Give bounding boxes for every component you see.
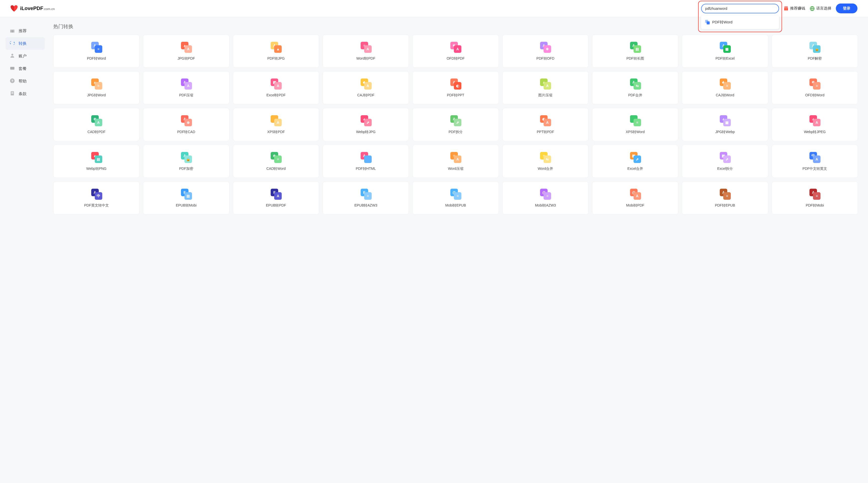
tool-card[interactable]: ▦⇗Excel拆分 [682, 145, 768, 178]
globe-icon [810, 6, 815, 11]
tool-icon: A▲ [269, 42, 283, 53]
tool-card[interactable]: A🔓PDF解密 [772, 34, 858, 68]
tool-card[interactable]: ≡⇆Word合并 [502, 145, 589, 178]
pdf-word-icon [705, 20, 710, 24]
tool-card[interactable]: @AMobi转PDF [592, 181, 678, 215]
tool-card[interactable]: A▦PDF转Excel [682, 34, 768, 68]
tool-label: PDF转Word [87, 56, 106, 61]
tool-card[interactable]: ▲≡JPG转Word [53, 71, 140, 105]
tool-label: CAJ转PDF [357, 93, 374, 97]
tool-icon: ▲A [180, 42, 193, 53]
tool-icon: ✻A [449, 42, 462, 53]
plans-icon [9, 65, 15, 72]
tool-card[interactable]: A≡PDF转Mobi [772, 181, 858, 215]
sidebar-item-account[interactable]: 账户 [5, 50, 45, 62]
referral-link[interactable]: 推荐赚钱 [783, 6, 805, 11]
tool-icon: A≡ [90, 42, 103, 53]
tool-icon: ≡A [359, 42, 373, 53]
tool-card[interactable]: APDF转HTML [323, 145, 409, 178]
tool-card[interactable]: A⇗PDF拆分 [412, 108, 499, 141]
sidebar-item-label: 账户 [19, 54, 27, 59]
tool-icon: A≡ [718, 189, 732, 200]
tool-card[interactable]: E▤EPUB转Mobi [143, 181, 229, 215]
tool-label: EPUB转AZW3 [354, 203, 377, 208]
tool-card[interactable]: A▲PDF转JPG [233, 34, 319, 68]
tool-card[interactable]: EAEPUB转PDF [233, 181, 319, 215]
tool-card[interactable]: A≡PDF转Word [53, 34, 140, 68]
tool-card[interactable]: ≡AWord转PDF [323, 34, 409, 68]
tool-card[interactable]: ▦⇗Excel合并 [592, 145, 678, 178]
tool-card[interactable]: A▤PDF转长图 [592, 34, 678, 68]
svg-rect-1 [707, 21, 710, 24]
tool-card[interactable]: E≡EPUB转AZW3 [323, 181, 409, 215]
tool-card[interactable]: A中PDF英文转中文 [53, 181, 140, 215]
search-container: PDF转Word [701, 4, 779, 13]
tool-icon: E≡ [359, 189, 373, 200]
svg-point-6 [786, 6, 787, 7]
tool-label: Word合并 [538, 167, 553, 171]
tool-card[interactable]: A🔒PDF加密 [143, 145, 229, 178]
tool-label: Excel合并 [627, 167, 643, 171]
sidebar-item-terms[interactable]: 条款 [5, 88, 45, 100]
tool-label: Mobi转EPUB [445, 203, 466, 208]
tool-card[interactable]: ▦AExcel转PDF [233, 71, 319, 105]
tool-card[interactable]: A⊕PDF转CAD [143, 108, 229, 141]
tool-card[interactable]: ✻≡OFD转Word [772, 71, 858, 105]
search-suggest-dropdown: PDF转Word [701, 15, 779, 29]
tool-label: PDF拆分 [448, 130, 463, 134]
tool-card[interactable]: A⇆PDF合并 [592, 71, 678, 105]
tool-label: PDF转Excel [715, 56, 735, 61]
tool-card[interactable]: ▲▤Webp转PNG [53, 145, 140, 178]
tool-card[interactable]: ≡XPS转Word [592, 108, 678, 141]
tool-icon: @A [628, 189, 642, 200]
tool-card[interactable]: AAPDF压缩 [143, 71, 229, 105]
tool-card[interactable]: ⊕≡CAD转Word [233, 145, 319, 178]
tool-card[interactable]: ▲A图片压缩 [502, 71, 589, 105]
tool-icon: A [269, 115, 283, 126]
tool-card[interactable]: ▲AWebp转JPEG [772, 108, 858, 141]
tool-card[interactable]: A≡PDF转EPUB [682, 181, 768, 215]
tool-icon: AA [180, 79, 193, 90]
tool-icon: 中A [808, 152, 822, 163]
sidebar-item-recommend[interactable]: 推荐 [5, 25, 45, 37]
tool-icon: E▤ [180, 189, 193, 200]
sidebar-item-help[interactable]: ?帮助 [5, 75, 45, 88]
brand-name: iLovePDF [20, 5, 43, 11]
tool-icon: EA [269, 189, 283, 200]
tool-card[interactable]: ⊕ACAD转PDF [53, 108, 140, 141]
tool-label: PDF转PPT [447, 93, 464, 97]
tool-icon: A [359, 152, 373, 163]
gift-icon [783, 6, 788, 11]
sidebar-item-convert[interactable]: 转换 [5, 37, 45, 50]
tool-label: PDF转长图 [626, 56, 644, 61]
language-select[interactable]: 语言选择 [810, 6, 831, 11]
tool-card[interactable]: ◐APPT转PDF [502, 108, 589, 141]
brand-logo[interactable]: iLovePDF.com.cn [10, 5, 55, 12]
tool-label: Webp转JPG [356, 130, 376, 134]
tool-label: PDF解密 [808, 56, 822, 61]
tool-card[interactable]: @≡Mobi转AZW3 [502, 181, 589, 215]
tool-card[interactable]: A✻PDF转OFD [502, 34, 589, 68]
tool-label: PDF转EPUB [715, 203, 735, 208]
search-input[interactable] [701, 4, 779, 13]
tool-card[interactable]: 中APDF中文转英文 [772, 145, 858, 178]
brand-suffix: .com.cn [43, 7, 55, 11]
login-button[interactable]: 登录 [836, 3, 858, 13]
tool-card[interactable]: ▲⇗Webp转JPG [323, 108, 409, 141]
tool-card[interactable]: ▲AJPG转PDF [143, 34, 229, 68]
tool-icon: ▦⇗ [628, 152, 642, 163]
tool-card[interactable]: ✻AOFD转PDF [412, 34, 499, 68]
tool-card[interactable]: A◐PDF转PPT [412, 71, 499, 105]
tool-label: Excel转PDF [267, 93, 285, 97]
tool-card[interactable]: ≡AWord压缩 [412, 145, 499, 178]
tool-card[interactable]: AXPS转PDF [233, 108, 319, 141]
sidebar-item-plans[interactable]: 套餐 [5, 62, 45, 75]
tool-label: Mobi转PDF [626, 203, 644, 208]
tool-icon: ≡⇆ [538, 152, 552, 163]
search-suggestion-item[interactable]: PDF转Word [701, 17, 779, 27]
tool-card[interactable]: ◆ACAJ转PDF [323, 71, 409, 105]
tool-card[interactable]: ◆≡CAJ转Word [682, 71, 768, 105]
tool-card[interactable]: ▲▦JPG转Webp [682, 108, 768, 141]
tool-label: PDF转HTML [356, 167, 376, 171]
tool-card[interactable]: @≡Mobi转EPUB [412, 181, 499, 215]
